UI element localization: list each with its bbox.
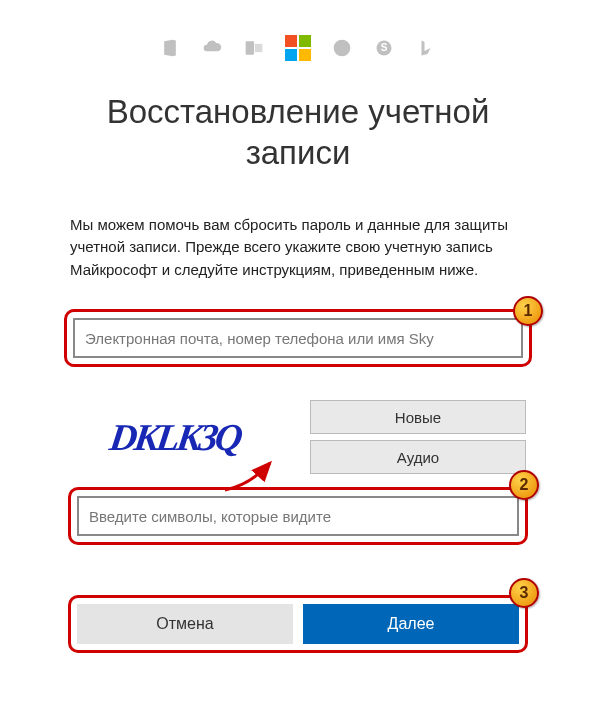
service-icons-row: S (60, 35, 536, 61)
office-icon (159, 37, 181, 59)
captcha-input-highlight: 2 (68, 487, 528, 545)
captcha-input[interactable] (77, 496, 519, 536)
xbox-icon (331, 37, 353, 59)
outlook-icon (243, 37, 265, 59)
onedrive-icon (201, 37, 223, 59)
microsoft-logo-icon (285, 35, 311, 61)
page-title: Восстановление учетной записи (60, 91, 536, 174)
captcha-new-button[interactable]: Новые (310, 400, 526, 434)
account-input[interactable] (73, 318, 523, 358)
badge-1: 1 (513, 296, 543, 326)
bing-icon (415, 37, 437, 59)
action-buttons-highlight: Отмена Далее 3 (68, 595, 528, 653)
svg-rect-0 (246, 41, 254, 54)
skype-icon: S (373, 37, 395, 59)
svg-point-1 (334, 40, 351, 57)
description-text: Мы можем помочь вам сбросить пароль и да… (60, 214, 536, 282)
next-button[interactable]: Далее (303, 604, 519, 644)
cancel-button[interactable]: Отмена (77, 604, 293, 644)
badge-2: 2 (509, 470, 539, 500)
captcha-image: DKLK3Q (64, 397, 285, 477)
badge-3: 3 (509, 578, 539, 608)
account-input-highlight: 1 (64, 309, 532, 367)
action-row: Отмена Далее 3 (60, 595, 536, 653)
captcha-section: DKLK3Q Новые Аудио 2 (60, 397, 536, 545)
svg-text:S: S (381, 42, 388, 53)
captcha-audio-button[interactable]: Аудио (310, 440, 526, 474)
